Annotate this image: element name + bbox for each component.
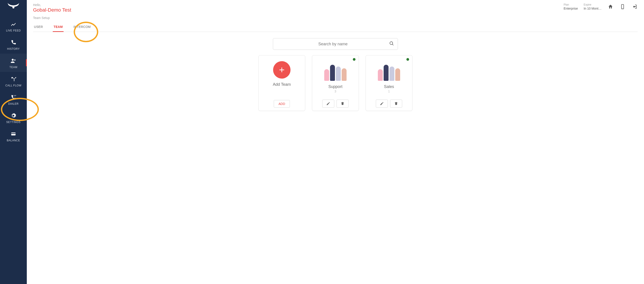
svg-rect-4 <box>11 133 16 134</box>
team-count: 3 <box>334 90 336 93</box>
greeting-block: Hello, Gobal-Demo Test <box>33 3 71 13</box>
status-dot-online <box>353 58 356 61</box>
mobile-icon[interactable] <box>620 4 626 10</box>
sidebar-item-settings[interactable]: SETTINGS <box>0 108 27 127</box>
expire-value: In 10 Mont… <box>584 7 602 10</box>
svg-point-6 <box>622 8 623 8</box>
trash-icon <box>340 102 344 106</box>
sidebar-item-label: DIALER <box>8 102 18 106</box>
sidebar-item-label: BALANCE <box>7 139 20 142</box>
sidebar-item-label: HISTORY <box>7 47 20 50</box>
gear-icon <box>10 112 16 119</box>
team-illustration <box>321 61 350 81</box>
plan-block: Plan Enterprise <box>564 3 578 10</box>
tab-label: TEAM <box>54 25 63 28</box>
team-count: 1 <box>388 90 390 93</box>
svg-point-0 <box>12 6 14 8</box>
phone-icon <box>10 39 16 46</box>
pencil-icon <box>380 102 384 106</box>
edit-team-button[interactable] <box>376 100 388 108</box>
search-input[interactable] <box>277 42 389 46</box>
status-dot-online <box>406 58 409 61</box>
add-team-circle[interactable] <box>273 61 290 78</box>
sidebar-item-label: CALL FLOW <box>5 84 22 87</box>
main-panel: Hello, Gobal-Demo Test Plan Enterprise E… <box>27 0 644 284</box>
subheader: Team Setup USER TEAM INTERCOM <box>27 14 644 32</box>
content: Add Team ADD Support 3 <box>27 32 644 284</box>
plan-label: Plan <box>564 3 578 6</box>
tabs: USER TEAM INTERCOM <box>33 23 638 32</box>
team-name: Support <box>328 84 342 89</box>
pencil-icon <box>326 102 330 106</box>
add-team-button[interactable]: ADD <box>274 100 290 108</box>
search-icon[interactable] <box>389 41 394 47</box>
sidebar-item-balance[interactable]: BALANCE <box>0 127 27 145</box>
tab-team[interactable]: TEAM <box>53 23 64 32</box>
sidebar-item-dialer[interactable]: SIP DIALER <box>0 90 27 108</box>
hello-text: Hello, <box>33 3 71 7</box>
person-add-icon <box>10 58 16 64</box>
trash-icon <box>394 102 398 106</box>
team-cards: Add Team ADD Support 3 <box>258 55 412 111</box>
team-name: Sales <box>384 84 394 89</box>
add-team-card: Add Team ADD <box>258 55 305 111</box>
svg-text:SIP: SIP <box>14 95 16 96</box>
credit-card-icon <box>10 131 16 137</box>
delete-team-button[interactable] <box>390 100 402 108</box>
sidebar-item-label: SETTINGS <box>6 120 20 124</box>
add-team-title: Add Team <box>273 82 291 87</box>
home-icon[interactable] <box>608 4 614 10</box>
sidebar: LIVE FEED HISTORY TEAM CALL FLOW SIP DIA… <box>0 0 27 284</box>
breadcrumb: Team Setup <box>33 16 638 20</box>
line-chart-icon <box>10 21 16 27</box>
tab-user[interactable]: USER <box>33 23 44 32</box>
current-user-name: Gobal-Demo Test <box>33 7 71 13</box>
sidebar-item-label: LIVE FEED <box>6 29 21 32</box>
team-illustration <box>374 61 404 81</box>
tab-label: INTERCOM <box>74 25 91 28</box>
team-card-support: Support 3 <box>312 55 359 111</box>
delete-team-button[interactable] <box>336 100 348 108</box>
plan-value: Enterprise <box>564 7 578 10</box>
svg-point-1 <box>12 59 14 61</box>
sidebar-item-history[interactable]: HISTORY <box>0 35 27 54</box>
expire-block: Expire In 10 Mont… <box>584 3 602 10</box>
sip-phone-icon: SIP <box>10 94 16 100</box>
logout-icon[interactable] <box>632 4 638 10</box>
plus-icon <box>278 66 286 74</box>
sidebar-item-call-flow[interactable]: CALL FLOW <box>0 72 27 90</box>
edit-team-button[interactable] <box>322 100 334 108</box>
header-right: Plan Enterprise Expire In 10 Mont… <box>564 3 638 10</box>
tab-label: USER <box>34 25 43 28</box>
sidebar-item-label: TEAM <box>10 66 17 69</box>
team-card-sales: Sales 1 <box>366 55 412 111</box>
expire-label: Expire <box>584 3 602 6</box>
sidebar-item-team[interactable]: TEAM <box>0 54 27 72</box>
search-box[interactable] <box>273 38 398 50</box>
tab-intercom[interactable]: INTERCOM <box>72 23 92 32</box>
sidebar-item-live-feed[interactable]: LIVE FEED <box>0 17 27 35</box>
app-logo <box>7 2 20 10</box>
header: Hello, Gobal-Demo Test Plan Enterprise E… <box>27 0 644 14</box>
split-arrows-icon <box>10 76 16 82</box>
